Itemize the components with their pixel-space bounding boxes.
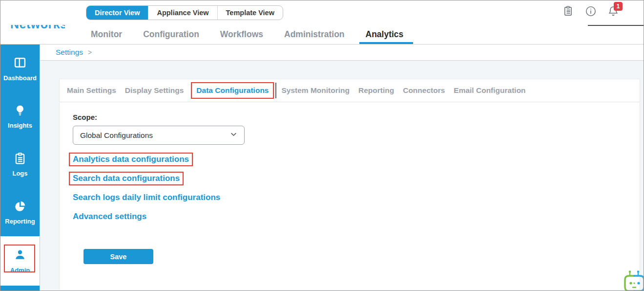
sidebar-item-insights[interactable]: Insights (0, 92, 40, 140)
topbar-right-divider (588, 25, 644, 26)
sidebar-item-reporting[interactable]: Reporting (0, 188, 40, 236)
breadcrumb-settings-link[interactable]: Settings (56, 48, 83, 57)
nav-item-analytics[interactable]: Analytics (366, 25, 404, 44)
configuration-links: Analytics data configurations Search dat… (73, 153, 640, 223)
sidebar: Dashboard Insights (0, 45, 40, 291)
breadcrumb-separator: > (88, 48, 92, 56)
chatbot-robot-icon[interactable] (623, 269, 644, 291)
breadcrumb: Settings > (40, 45, 644, 61)
chevron-down-icon (230, 131, 237, 140)
sidebar-filler (0, 286, 40, 291)
analytics-data-configurations-link[interactable]: Analytics data configurations (73, 155, 189, 164)
top-bar: Networks Director View Appliance View Te… (0, 0, 644, 45)
sidebar-item-label: Logs (12, 170, 27, 177)
info-icon[interactable] (584, 5, 597, 17)
main-content-area: Main Settings Display Settings Data Conf… (40, 61, 644, 291)
dashboard-grid-icon (13, 56, 27, 71)
scope-label: Scope: (73, 113, 640, 121)
app-window: Networks Director View Appliance View Te… (0, 0, 644, 291)
scope-select-value: Global Configurations (80, 131, 153, 140)
director-view-tab[interactable]: Director View (86, 6, 148, 20)
annotation-box-search-data: Search data configurations (69, 172, 184, 185)
user-icon (13, 248, 27, 264)
link-wrapper: Advanced settings (69, 210, 150, 224)
settings-card: Main Settings Display Settings Data Conf… (59, 79, 640, 290)
advanced-settings-link[interactable]: Advanced settings (73, 212, 146, 222)
tab-system-monitoring[interactable]: System Monitoring (281, 86, 350, 95)
lightbulb-icon (14, 104, 26, 119)
tab-data-configurations[interactable]: Data Configurations (196, 86, 269, 95)
tab-divider (275, 83, 276, 98)
clipboard-icon[interactable] (562, 5, 574, 17)
tab-reporting[interactable]: Reporting (358, 86, 394, 95)
nav-item-administration[interactable]: Administration (284, 25, 344, 44)
search-logs-daily-limit-configurations-link[interactable]: Search logs daily limit configurations (73, 193, 220, 202)
sidebar-item-admin[interactable]: Admin (0, 236, 40, 286)
tab-main-settings[interactable]: Main Settings (67, 86, 116, 95)
nav-item-configuration[interactable]: Configuration (143, 25, 199, 44)
notification-badge: 1 (614, 2, 623, 11)
pie-chart-icon (14, 200, 26, 215)
sidebar-item-logs[interactable]: Logs (0, 140, 40, 188)
tab-email-configuration[interactable]: Email Configuration (454, 86, 525, 95)
main-nav: Monitor Configuration Workflows Administ… (91, 25, 403, 44)
bell-icon[interactable]: 1 (607, 5, 619, 17)
template-view-tab[interactable]: Template View (217, 6, 283, 20)
sidebar-item-dashboard[interactable]: Dashboard (0, 45, 40, 92)
annotation-box-analytics-data: Analytics data configurations (69, 153, 193, 166)
view-switcher: Director View Appliance View Template Vi… (86, 5, 283, 20)
tab-connectors[interactable]: Connectors (403, 86, 445, 95)
brand-logo: Networks (10, 25, 65, 32)
topbar-icons: 1 (562, 5, 619, 17)
brand-logo-text: Networks (10, 25, 65, 31)
search-data-configurations-link[interactable]: Search data configurations (73, 174, 180, 183)
annotation-box-data-configurations: Data Configurations (191, 82, 274, 99)
tab-panel-data-configurations: Scope: Global Configurations Analytics d… (60, 102, 640, 264)
link-wrapper: Search logs daily limit configurations (69, 191, 224, 204)
sidebar-item-label: Admin (10, 267, 30, 274)
save-button[interactable]: Save (83, 249, 153, 264)
sidebar-item-label: Reporting (5, 218, 35, 225)
settings-tabs: Main Settings Display Settings Data Conf… (60, 79, 640, 102)
nav-item-monitor[interactable]: Monitor (91, 25, 122, 44)
nav-item-workflows[interactable]: Workflows (220, 25, 263, 44)
appliance-view-tab[interactable]: Appliance View (148, 6, 217, 20)
sidebar-item-label: Insights (8, 122, 32, 129)
clipboard-icon (14, 152, 26, 167)
sidebar-item-label: Dashboard (3, 74, 37, 82)
scope-select[interactable]: Global Configurations (73, 126, 245, 145)
tab-display-settings[interactable]: Display Settings (125, 86, 184, 95)
